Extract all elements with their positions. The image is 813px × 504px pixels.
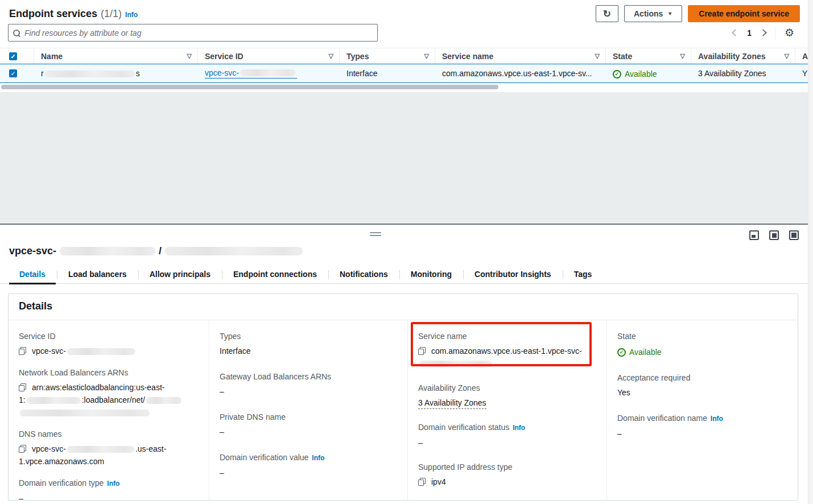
check-circle-icon: ✓: [613, 70, 621, 79]
page-number[interactable]: 1: [747, 28, 752, 38]
check-circle-icon: ✓: [617, 348, 626, 357]
page-title: Endpoint services (1/1) Info: [9, 8, 138, 20]
search-box[interactable]: [8, 24, 378, 42]
cell-state: ✓ Available: [606, 68, 691, 79]
sort-icon[interactable]: ▽: [329, 52, 333, 60]
panel-position-fullscreen-icon[interactable]: [789, 230, 799, 240]
column-header-service-name[interactable]: Service name ▽: [435, 48, 606, 64]
details-card-heading: Details: [9, 294, 798, 320]
tab-load-balancers[interactable]: Load balancers: [57, 266, 138, 283]
sort-icon[interactable]: ▽: [785, 52, 789, 60]
actions-button-label: Actions: [634, 9, 663, 18]
field-nlb-arns: Network Load Balancers ARNs arn:aws:elas…: [19, 367, 200, 419]
split-panel: vpce-svc- / Details Load balancers Allow…: [0, 224, 808, 504]
column-header-service-id[interactable]: Service ID ▽: [198, 48, 340, 64]
caret-down-icon: ▼: [667, 11, 672, 16]
search-icon: [13, 30, 20, 36]
field-domain-verification-value: Domain verification value Info –: [220, 452, 398, 479]
copy-icon[interactable]: [19, 347, 26, 355]
actions-button[interactable]: Actions ▼: [624, 5, 682, 22]
sort-icon[interactable]: ▽: [187, 52, 192, 60]
cell-service-id: vpce-svc-: [198, 68, 340, 79]
state-badge: ✓ Available: [613, 69, 657, 79]
copy-icon[interactable]: [19, 383, 26, 391]
tab-details[interactable]: Details: [8, 266, 57, 283]
availability-zones-link[interactable]: 3 Availability Zones: [698, 69, 766, 78]
tab-allow-principals[interactable]: Allow principals: [138, 266, 222, 283]
redacted-text: [20, 410, 150, 416]
service-id-link[interactable]: vpce-svc-: [205, 68, 297, 79]
sort-icon[interactable]: ▽: [680, 52, 685, 60]
column-header-name[interactable]: Name ▽: [34, 48, 198, 64]
info-link[interactable]: Info: [107, 480, 119, 488]
tab-monitoring[interactable]: Monitoring: [399, 266, 463, 283]
refresh-button[interactable]: ↻: [596, 5, 618, 22]
redacted-text: [27, 397, 81, 404]
select-all-checkbox[interactable]: ✓: [9, 52, 17, 60]
cell-name: rs: [34, 69, 198, 78]
select-all-cell: ✓: [0, 48, 34, 64]
field-domain-verification-status: Domain verification status Info –: [418, 422, 597, 449]
tab-tags[interactable]: Tags: [563, 266, 604, 283]
cell-partial: Y: [795, 69, 808, 78]
field-dns-names: DNS names vpce-svc-.us-east- 1.vpce.amaz…: [19, 428, 200, 468]
field-state: State ✓ Available: [617, 331, 789, 358]
table-row[interactable]: ✓ rs vpce-svc- Interface com.amazonaws.v…: [0, 64, 808, 83]
column-header-availability-zones[interactable]: Availability Zones ▽: [691, 48, 795, 64]
row-select-cell: ✓: [0, 69, 34, 77]
field-supported-ip: Supported IP address type ipv4: [418, 461, 597, 488]
tab-contributor-insights[interactable]: Contributor Insights: [463, 266, 563, 283]
copy-icon[interactable]: [418, 478, 426, 486]
panel-position-side-icon[interactable]: [769, 230, 779, 240]
availability-zones-link[interactable]: 3 Availability Zones: [418, 398, 486, 409]
cell-service-name: com.amazonaws.vpce.us-east-1.vpce-sv...: [435, 69, 606, 78]
copy-icon[interactable]: [418, 347, 426, 355]
column-header-types[interactable]: Types ▽: [340, 48, 435, 64]
info-link[interactable]: Info: [312, 454, 324, 462]
create-endpoint-service-button[interactable]: Create endpoint service: [688, 5, 800, 22]
gear-icon[interactable]: ⚙: [785, 27, 794, 38]
field-domain-verification-name: Domain verification name Info –: [617, 412, 789, 440]
redacted-text: [45, 71, 135, 77]
resource-counter: (1/1): [101, 8, 122, 20]
tab-bar: Details Load balancers Allow principals …: [0, 266, 808, 284]
tab-notifications[interactable]: Notifications: [328, 266, 399, 283]
cell-types: Interface: [340, 69, 435, 78]
state-badge: ✓ Available: [617, 346, 662, 358]
info-link[interactable]: Info: [125, 11, 138, 19]
details-column-3: Service name com.amazonaws.vpce.us-east-…: [408, 320, 607, 500]
split-panel-position-controls: [749, 230, 799, 240]
field-private-dns-name: Private DNS name –: [220, 411, 398, 438]
previous-page-icon[interactable]: [732, 29, 739, 36]
info-link[interactable]: Info: [711, 415, 723, 423]
tab-endpoint-connections[interactable]: Endpoint connections: [222, 266, 328, 283]
sort-icon[interactable]: ▽: [424, 52, 429, 60]
search-input[interactable]: [23, 28, 373, 38]
info-link[interactable]: Info: [513, 424, 525, 432]
panel-position-bottom-icon[interactable]: [749, 230, 759, 240]
row-checkbox[interactable]: ✓: [9, 69, 17, 77]
redacted-text: [67, 446, 134, 453]
field-availability-zones: Availability Zones 3 Availability Zones: [418, 382, 597, 409]
field-types: Types Interface: [220, 331, 398, 357]
pagination: 1 ⚙: [733, 27, 794, 39]
cell-availability-zones: 3 Availability Zones: [691, 69, 795, 78]
column-header-state[interactable]: State ▽: [606, 48, 691, 64]
next-page-icon[interactable]: [760, 29, 767, 36]
redacted-text: [67, 348, 135, 355]
details-card-body: Service ID vpce-svc- Network Load Balanc…: [9, 320, 798, 500]
column-header-partial[interactable]: A: [795, 48, 808, 64]
page-title-text: Endpoint services: [9, 8, 97, 20]
split-panel-resize-handle[interactable]: [370, 232, 381, 238]
field-service-name: Service name com.amazonaws.vpce.us-east-…: [418, 331, 597, 370]
vertical-scrollbar[interactable]: [808, 0, 813, 504]
horizontal-scrollbar[interactable]: [1, 85, 498, 89]
filter-row: 1 ⚙: [8, 24, 794, 42]
details-column-2: Types Interface Gateway Load Balancers A…: [209, 320, 408, 500]
field-glb-arns: Gateway Load Balancers ARNs –: [220, 371, 398, 398]
panel-header: Endpoint services (1/1) Info ↻ Actions ▼…: [9, 5, 800, 23]
copy-icon[interactable]: [19, 445, 26, 453]
refresh-icon: ↻: [603, 9, 611, 19]
field-domain-verification-type: Domain verification type Info –: [19, 477, 200, 500]
sort-icon[interactable]: ▽: [595, 52, 600, 60]
